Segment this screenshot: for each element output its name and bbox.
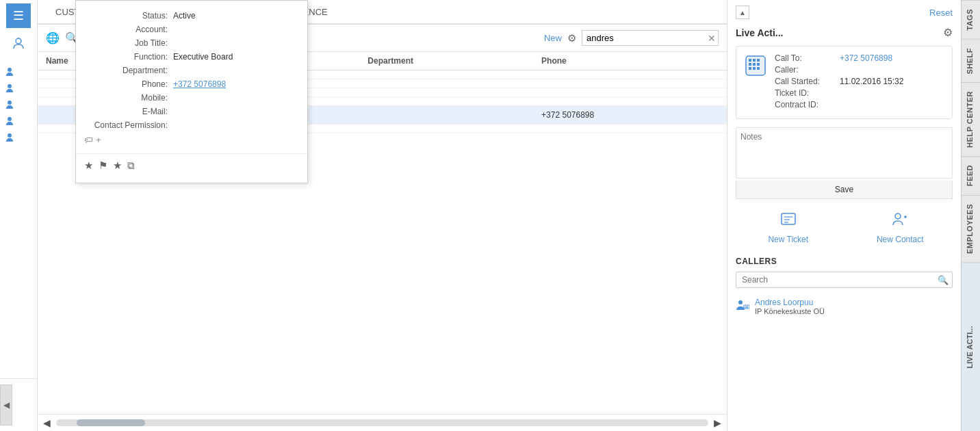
callers-search-wrapper: 🔍 xyxy=(736,272,953,288)
function-label: Function: xyxy=(84,52,173,62)
svg-rect-12 xyxy=(757,63,760,66)
phone-icon xyxy=(743,53,768,83)
svg-point-4 xyxy=(8,117,12,121)
svg-rect-14 xyxy=(753,67,756,70)
call-started-row: Call Started: 11.02.2016 15:32 xyxy=(775,77,945,86)
new-button[interactable]: New xyxy=(544,33,562,43)
cell-phone: +372 5076898 xyxy=(533,106,727,125)
call-started-label: Call Started: xyxy=(775,77,840,86)
flag-icon[interactable]: ⚑ xyxy=(99,159,107,172)
tab-employees[interactable]: EMPLOYEES xyxy=(962,195,980,262)
ticket-id-label: Ticket ID: xyxy=(775,88,840,98)
sidebar-item-4[interactable] xyxy=(0,113,37,129)
call-to-value[interactable]: +372 5076898 xyxy=(840,53,892,63)
search-input[interactable] xyxy=(582,30,719,46)
left-collapse-button[interactable]: ◀ xyxy=(0,384,12,426)
svg-rect-13 xyxy=(749,67,751,70)
call-details: Call To: +372 5076898 Caller: Call Start… xyxy=(775,53,945,112)
tag-add-label[interactable]: + xyxy=(96,135,101,145)
svg-rect-9 xyxy=(757,59,760,62)
contract-id-row: Contract ID: xyxy=(775,100,945,109)
mobile-label: Mobile: xyxy=(84,93,173,103)
caller-label: Caller: xyxy=(775,65,840,75)
svg-point-20 xyxy=(895,213,901,219)
settings-gear-button[interactable]: ⚙ xyxy=(567,32,576,44)
sidebar-item-1[interactable] xyxy=(0,64,37,80)
right-settings-icon[interactable]: ⚙ xyxy=(943,26,953,39)
copy-icon[interactable]: ⧉ xyxy=(127,159,135,172)
svg-point-23 xyxy=(738,300,743,304)
svg-rect-7 xyxy=(749,59,751,62)
callers-section: CALLERS 🔍 xyxy=(736,257,953,318)
side-tabs: TAGS SHELF HELP CENTER FEED EMPLOYEES LI… xyxy=(961,0,980,431)
scroll-track[interactable] xyxy=(56,419,708,426)
sidebar-item-2[interactable] xyxy=(0,80,37,96)
center-content: Status: Active Account: Job Title: Funct… xyxy=(38,0,727,431)
sidebar-contact-icon[interactable] xyxy=(6,31,31,55)
phone-row: Phone: +372 5076898 xyxy=(76,77,307,91)
sidebar-list-icon[interactable]: ☰ xyxy=(6,3,31,28)
col-department: Department xyxy=(359,52,533,70)
tag-add-row[interactable]: 🏷 + xyxy=(76,132,307,148)
phone-value[interactable]: +372 5076898 xyxy=(173,79,226,89)
notes-textarea[interactable] xyxy=(736,127,953,179)
rss-icon[interactable]: ★ xyxy=(84,159,93,172)
save-button[interactable]: Save xyxy=(736,181,953,199)
contact-detail-popup: Status: Active Account: Job Title: Funct… xyxy=(75,0,308,183)
account-label: Account: xyxy=(84,25,173,34)
email-row: E-Mail: xyxy=(76,105,307,118)
reset-link[interactable]: Reset xyxy=(929,8,953,18)
tag-icon: 🏷 xyxy=(84,135,93,145)
svg-point-2 xyxy=(8,84,12,88)
caller-row: Caller: xyxy=(775,65,945,75)
scroll-up-button[interactable]: ▲ xyxy=(736,5,749,19)
job-title-row: Job Title: xyxy=(76,36,307,50)
new-ticket-label: New Ticket xyxy=(768,235,808,244)
search-clear-icon[interactable]: ✕ xyxy=(708,33,716,44)
phone-label: Phone: xyxy=(84,79,173,89)
svg-rect-11 xyxy=(753,63,756,66)
department-row: Department: xyxy=(76,64,307,77)
sidebar-item-3[interactable] xyxy=(0,96,37,113)
star-icon[interactable]: ★ xyxy=(113,159,122,172)
account-row: Account: xyxy=(76,23,307,36)
tab-feed[interactable]: FEED xyxy=(962,156,980,194)
right-panel: ▲ Reset Live Acti... ⚙ xyxy=(727,0,980,431)
svg-point-5 xyxy=(8,133,12,138)
live-header: Live Acti... ⚙ xyxy=(736,26,953,39)
department-label: Department: xyxy=(84,66,173,75)
callers-search-input[interactable] xyxy=(736,272,953,288)
status-label: Status: xyxy=(84,11,173,21)
right-header-row: ▲ Reset xyxy=(736,5,953,19)
scroll-nav-row: ◀ ▶ xyxy=(38,414,727,431)
new-contact-button[interactable]: New Contact xyxy=(848,207,953,248)
scroll-left-arrow[interactable]: ◀ xyxy=(43,417,51,428)
status-row: Status: Active xyxy=(76,9,307,23)
toolbar-left: 🌐 🔍 xyxy=(46,31,79,44)
caller-name[interactable]: Andres Loorpuu xyxy=(755,298,953,307)
sidebar-item-5[interactable] xyxy=(0,129,37,146)
function-row: Function: Executive Board xyxy=(76,50,307,64)
toolbar-right: New ⚙ ✕ xyxy=(544,30,719,46)
tab-shelf[interactable]: SHELF xyxy=(962,39,980,83)
tab-tags[interactable]: TAGS xyxy=(962,0,980,39)
contact-permission-row: Contact Permission: xyxy=(76,118,307,132)
tab-help-center[interactable]: HELP CENTER xyxy=(962,82,980,156)
tab-live-acti[interactable]: LIVE ACTI... xyxy=(962,262,980,431)
svg-rect-16 xyxy=(782,213,795,224)
caller-company: IP Könekeskuste OÜ xyxy=(755,307,953,315)
new-ticket-button[interactable]: New Ticket xyxy=(736,207,841,248)
email-label: E-Mail: xyxy=(84,107,173,116)
function-value: Executive Board xyxy=(173,52,233,62)
new-contact-icon xyxy=(892,211,908,232)
svg-rect-8 xyxy=(753,59,756,62)
status-value: Active xyxy=(173,11,196,21)
contact-permission-label: Contact Permission: xyxy=(84,120,173,130)
globe-icon-button[interactable]: 🌐 xyxy=(46,31,60,44)
caller-info: Andres Loorpuu IP Könekeskuste OÜ xyxy=(755,298,953,315)
call-to-row: Call To: +372 5076898 xyxy=(775,53,945,63)
new-ticket-icon xyxy=(780,211,797,232)
call-started-value: 11.02.2016 15:32 xyxy=(840,77,903,86)
scroll-right-arrow[interactable]: ▶ xyxy=(714,417,721,428)
svg-rect-10 xyxy=(749,63,751,66)
